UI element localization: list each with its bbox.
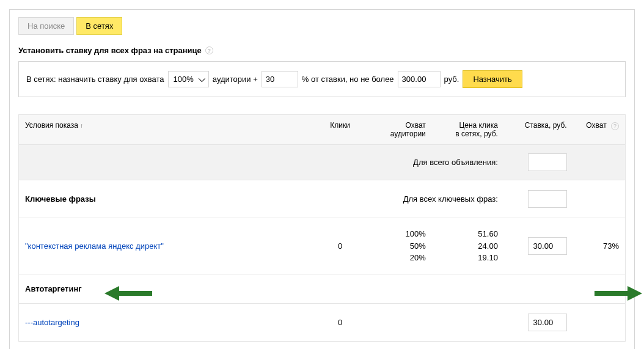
- header-price-line2: в сетях, руб.: [455, 130, 498, 138]
- coverage-select[interactable]: 100%: [168, 71, 209, 87]
- table-header: Условия показа ↑ Клики Охват аудитории Ц…: [19, 115, 626, 145]
- kw-clicks: 0: [307, 218, 373, 274]
- tab-networks[interactable]: В сетях: [76, 17, 122, 35]
- all-keywords-bid-input[interactable]: [528, 190, 567, 208]
- section-title: Установить ставку для всех фраз на стран…: [18, 46, 626, 55]
- kw-bid-input[interactable]: [528, 237, 567, 255]
- section-title-text: Установить ставку для всех фраз на стран…: [18, 46, 202, 55]
- auto-bid-input[interactable]: [528, 314, 567, 331]
- filter-row-all-ad: Для всего объявления:: [19, 145, 626, 180]
- group-keywords-filter: Для всех ключевых фраз:: [307, 180, 504, 218]
- table-row: "контекстная реклама яндекс директ" 0 10…: [19, 218, 626, 274]
- keyword-link[interactable]: "контекстная реклама яндекс директ": [25, 241, 164, 251]
- bid-currency: руб.: [444, 75, 459, 84]
- tab-search[interactable]: На поиске: [18, 17, 74, 35]
- kw-reach: 73%: [573, 218, 626, 274]
- bid-prefix: В сетях: назначить ставку для охвата: [26, 75, 164, 84]
- sort-asc-icon: ↑: [80, 122, 83, 129]
- group-keywords: Ключевые фразы Для всех ключевых фраз:: [19, 180, 626, 218]
- group-keywords-label: Ключевые фразы: [19, 180, 307, 218]
- coverage-select-value: 100%: [174, 75, 194, 84]
- kw-coverage: 100% 50% 20%: [373, 218, 432, 274]
- table-row: ---autotargeting 0: [19, 303, 626, 341]
- bid-percent-suffix: % от ставки, но не более: [302, 75, 394, 84]
- header-clicks[interactable]: Клики: [307, 115, 373, 145]
- chevron-down-icon: [199, 75, 205, 81]
- header-conditions[interactable]: Условия показа: [25, 121, 78, 130]
- tabs: На поиске В сетях: [18, 17, 626, 35]
- bid-audience-plus: аудитории +: [213, 75, 258, 84]
- help-icon[interactable]: ?: [611, 122, 619, 130]
- apply-button[interactable]: Назначить: [463, 70, 522, 88]
- main-panel: На поиске В сетях Установить ставку для …: [9, 9, 635, 349]
- help-icon[interactable]: ?: [205, 46, 213, 54]
- percent-input[interactable]: [262, 71, 298, 87]
- header-price-line1: Цена клика: [459, 121, 497, 130]
- kw-price: 51.60 24.00 19.10: [432, 218, 504, 274]
- header-coverage-line1: Охват: [405, 121, 425, 130]
- filter-all-ad-label: Для всего объявления:: [19, 145, 504, 180]
- autotargeting-link[interactable]: ---autotargeting: [25, 318, 79, 327]
- header-coverage-line2: аудитории: [390, 130, 426, 138]
- bids-table: Условия показа ↑ Клики Охват аудитории Ц…: [18, 114, 626, 342]
- header-bid[interactable]: Ставка, руб.: [504, 115, 573, 145]
- max-bid-input[interactable]: [398, 71, 441, 87]
- all-ad-bid-input[interactable]: [528, 153, 567, 171]
- auto-clicks: 0: [307, 303, 373, 341]
- bulk-bid-box: В сетях: назначить ставку для охвата 100…: [18, 61, 626, 97]
- group-autotargeting-label: Автотаргетинг: [19, 274, 626, 303]
- header-reach: Охват: [586, 121, 606, 130]
- group-autotargeting: Автотаргетинг: [19, 274, 626, 303]
